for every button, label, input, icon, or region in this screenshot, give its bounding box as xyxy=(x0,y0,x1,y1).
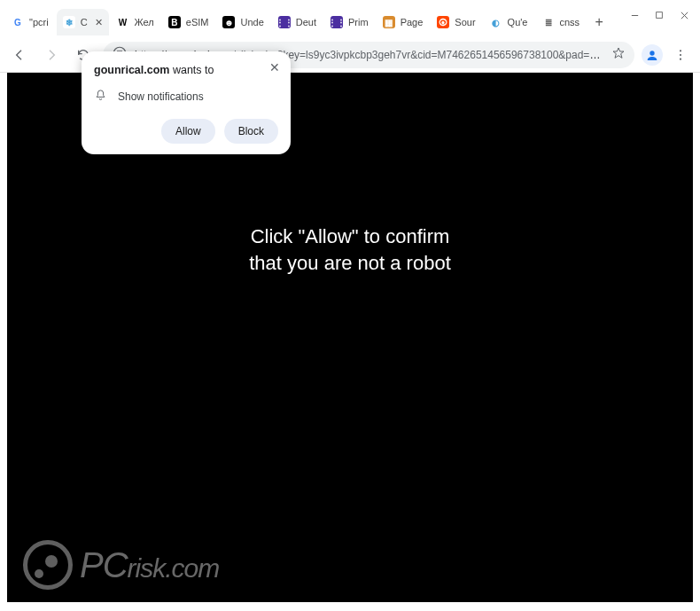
watermark-logo xyxy=(23,540,73,590)
popup-wants: wants to xyxy=(169,64,214,76)
tab-label: Sour xyxy=(455,17,475,27)
tab-label: "pcri xyxy=(29,17,49,27)
tab-favicon: ◐ xyxy=(490,16,502,28)
tab-favicon: ▦ xyxy=(383,16,395,28)
tab-favicon: B xyxy=(168,16,181,28)
tab-label: Deut xyxy=(296,17,316,27)
watermark-risk: risk.com xyxy=(128,553,220,583)
svg-point-10 xyxy=(680,58,681,59)
tab-label: C xyxy=(81,17,88,27)
tab-label: Unde xyxy=(240,17,263,27)
msg-line2: that you are not a robot xyxy=(7,250,693,277)
minimize-button[interactable] xyxy=(622,5,647,25)
tab-strip: G"pcri❄C✕WЖелBeSIM☻Unde⋮⋮Deut⋮⋮Prim▦Page… xyxy=(0,7,700,37)
page-message: Click "Allow" to confirm that you are no… xyxy=(7,223,693,276)
popup-domain: gounrical.com xyxy=(94,64,169,76)
tab-favicon: ❄ xyxy=(63,16,75,28)
watermark: PCrisk.com xyxy=(23,540,219,590)
popup-close-button[interactable]: ✕ xyxy=(269,60,280,74)
bell-icon xyxy=(94,89,107,105)
svg-point-9 xyxy=(680,53,681,55)
allow-button[interactable]: Allow xyxy=(161,119,215,144)
popup-item: Show notifications xyxy=(118,90,204,103)
tab-favicon: ≣ xyxy=(542,16,555,28)
tab-label: cnss xyxy=(560,17,580,27)
tab-7[interactable]: ▦Page xyxy=(377,9,430,35)
tab-favicon: ⋮⋮ xyxy=(278,16,291,28)
tab-label: Page xyxy=(401,17,424,27)
tab-10[interactable]: ≣cnss xyxy=(536,9,587,35)
close-window-button[interactable] xyxy=(672,5,696,25)
maximize-button[interactable] xyxy=(647,5,672,25)
svg-point-7 xyxy=(649,51,654,55)
tab-label: eSIM xyxy=(186,17,209,27)
new-tab-button[interactable]: + xyxy=(587,11,611,34)
permission-popup: ✕ gounrical.com wants to Show notificati… xyxy=(82,51,291,154)
window-controls xyxy=(622,5,696,25)
profile-avatar[interactable] xyxy=(642,44,663,66)
tab-favicon: G xyxy=(12,16,24,28)
tab-close-icon[interactable]: ✕ xyxy=(95,17,103,28)
tab-1[interactable]: ❄C✕ xyxy=(57,9,109,35)
tab-8[interactable]: ⦿Sour xyxy=(431,9,481,35)
tab-0[interactable]: G"pcri xyxy=(5,9,55,35)
tab-label: Жел xyxy=(135,17,154,27)
block-button[interactable]: Block xyxy=(224,119,278,144)
tab-label: Prim xyxy=(348,17,369,27)
tab-4[interactable]: ☻Unde xyxy=(216,9,269,35)
popup-header: gounrical.com wants to xyxy=(94,64,278,76)
tab-favicon: ⦿ xyxy=(437,16,449,28)
svg-rect-1 xyxy=(657,12,663,19)
back-button[interactable] xyxy=(7,43,32,67)
tab-favicon: ⋮⋮ xyxy=(331,16,343,28)
tab-2[interactable]: WЖел xyxy=(111,9,160,35)
svg-point-8 xyxy=(680,50,681,51)
tab-6[interactable]: ⋮⋮Prim xyxy=(324,9,375,35)
watermark-pc: PC xyxy=(80,545,128,584)
bookmark-icon[interactable] xyxy=(611,46,626,63)
forward-button[interactable] xyxy=(39,43,64,67)
tab-5[interactable]: ⋮⋮Deut xyxy=(272,9,323,35)
menu-button[interactable] xyxy=(668,43,693,67)
watermark-text: PCrisk.com xyxy=(80,545,219,585)
tab-label: Qu'e xyxy=(508,17,528,27)
tab-favicon: W xyxy=(117,16,129,28)
tab-favicon: ☻ xyxy=(222,16,235,28)
titlebar xyxy=(0,0,700,7)
tab-3[interactable]: BeSIM xyxy=(162,9,215,35)
msg-line1: Click "Allow" to confirm xyxy=(7,223,693,250)
tab-9[interactable]: ◐Qu'e xyxy=(484,9,534,35)
